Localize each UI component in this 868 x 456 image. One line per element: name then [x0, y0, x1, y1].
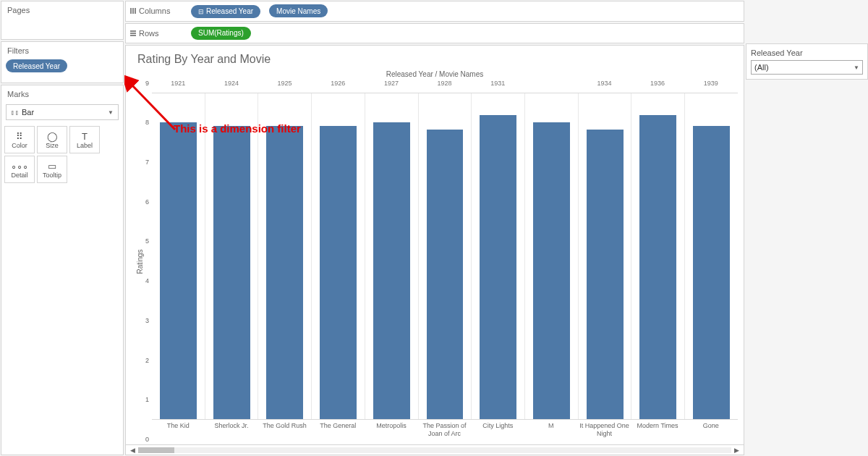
filters-shelf[interactable]: Filters Released Year	[1, 41, 124, 83]
bar-cell[interactable]	[365, 93, 419, 420]
bar-cell[interactable]	[685, 93, 738, 420]
bar-cell[interactable]	[525, 93, 579, 420]
rows-icon	[130, 30, 136, 36]
marks-color-button[interactable]: ⠿Color	[4, 126, 35, 153]
movie-label: The Passion of Joan of Arc	[418, 420, 472, 443]
marks-label: Marks	[1, 85, 123, 101]
bar-cell[interactable]	[258, 93, 312, 420]
bar-cell[interactable]	[579, 93, 632, 420]
filter-panel-released-year[interactable]: Released Year (All) ▼	[746, 43, 868, 80]
filter-dropdown[interactable]: (All) ▼	[751, 60, 863, 75]
movie-label: The Kid	[152, 420, 205, 443]
bar[interactable]	[427, 130, 464, 419]
pill-released-year[interactable]: ⊟Released Year	[191, 5, 260, 18]
year-header: 1939	[684, 80, 738, 93]
movie-label: City Lights	[472, 420, 525, 443]
bar[interactable]	[533, 122, 570, 419]
year-header	[525, 80, 579, 93]
year-header: 1926	[312, 80, 365, 93]
pill-sum-ratings-[interactable]: SUM(Ratings)	[191, 27, 251, 40]
bar[interactable]	[693, 126, 730, 419]
chevron-down-icon: ▼	[854, 64, 859, 71]
year-header: 1928	[418, 80, 472, 93]
year-header: 1934	[578, 80, 631, 93]
marks-tooltip-button[interactable]: ▭Tooltip	[37, 156, 67, 183]
detail-icon: ∘∘∘	[11, 160, 28, 172]
size-icon: ◯	[47, 130, 58, 142]
year-header: 1931	[472, 80, 525, 93]
marks-type-select[interactable]: ⫾⫾Bar ▼	[6, 104, 119, 120]
bar-cell[interactable]	[419, 93, 472, 420]
label-icon: T	[82, 130, 88, 142]
y-axis-ticks: 9876543210	[145, 80, 152, 444]
movie-label: M	[525, 420, 579, 443]
movie-label: It Happened One Night	[578, 420, 631, 443]
movie-label: The Gold Rush	[258, 420, 312, 443]
bar-cell[interactable]	[205, 93, 259, 420]
pill-movie-names[interactable]: Movie Names	[269, 4, 328, 17]
movie-label: Metropolis	[365, 420, 419, 443]
bar-cell[interactable]	[152, 93, 205, 420]
bar[interactable]	[587, 130, 624, 419]
columns-shelf[interactable]: Columns ⊟Released YearMovie Names	[125, 1, 744, 22]
color-icon: ⠿	[16, 130, 23, 142]
y-axis-label: Ratings	[135, 80, 145, 444]
year-header: 1925	[258, 80, 312, 93]
movie-label: Modern Times	[631, 420, 685, 443]
bar[interactable]	[480, 115, 516, 419]
bar[interactable]	[266, 126, 303, 419]
marks-card[interactable]: Marks ⫾⫾Bar ▼ ⠿Color◯SizeTLabel∘∘∘Detail…	[1, 85, 124, 455]
bars-area	[152, 93, 738, 421]
scroll-right-icon[interactable]: ▶	[734, 447, 739, 454]
filters-label: Filters	[1, 42, 123, 58]
chevron-down-icon: ▼	[108, 109, 114, 116]
pages-shelf[interactable]: Pages	[1, 1, 124, 40]
filter-selected-value: (All)	[754, 63, 769, 72]
filter-pill-released-year[interactable]: Released Year	[6, 59, 67, 72]
rows-shelf[interactable]: Rows SUM(Ratings)	[125, 23, 744, 43]
bar-cell[interactable]	[472, 93, 525, 420]
viz-area: Rating By Year and Movie Released Year /…	[125, 45, 744, 456]
bar-cell[interactable]	[631, 93, 685, 420]
marks-label-button[interactable]: TLabel	[69, 126, 100, 153]
scroll-thumb[interactable]	[138, 447, 174, 453]
movie-label: The General	[312, 420, 365, 443]
pages-label: Pages	[1, 1, 123, 17]
marks-type-value: Bar	[22, 108, 34, 117]
bar[interactable]	[160, 122, 197, 419]
viz-title: Rating By Year and Movie	[126, 46, 744, 69]
bar-cell[interactable]	[312, 93, 365, 420]
horizontal-scrollbar[interactable]: ◀ ▶	[126, 444, 744, 455]
year-header: 1924	[205, 80, 259, 93]
rows-label: Rows	[139, 29, 159, 38]
columns-icon	[130, 8, 136, 14]
column-header: Released Year / Movie Names	[126, 69, 744, 80]
marks-size-button[interactable]: ◯Size	[37, 126, 67, 153]
year-header: 1927	[365, 80, 419, 93]
bar[interactable]	[320, 126, 357, 419]
marks-detail-button[interactable]: ∘∘∘Detail	[4, 156, 35, 183]
columns-label: Columns	[139, 7, 170, 15]
bar[interactable]	[373, 122, 410, 419]
scroll-left-icon[interactable]: ◀	[130, 447, 135, 454]
tooltip-icon: ▭	[48, 160, 56, 172]
movie-label-row: The KidSherlock Jr.The Gold RushThe Gene…	[152, 420, 738, 443]
bar[interactable]	[213, 126, 250, 419]
year-header: 1921	[152, 80, 205, 93]
year-header: 1936	[631, 80, 685, 93]
filter-title: Released Year	[751, 48, 863, 57]
year-header-row: 1921192419251926192719281931193419361939	[152, 80, 738, 93]
movie-label: Gone	[684, 420, 738, 443]
bar[interactable]	[639, 115, 676, 419]
movie-label: Sherlock Jr.	[205, 420, 259, 443]
